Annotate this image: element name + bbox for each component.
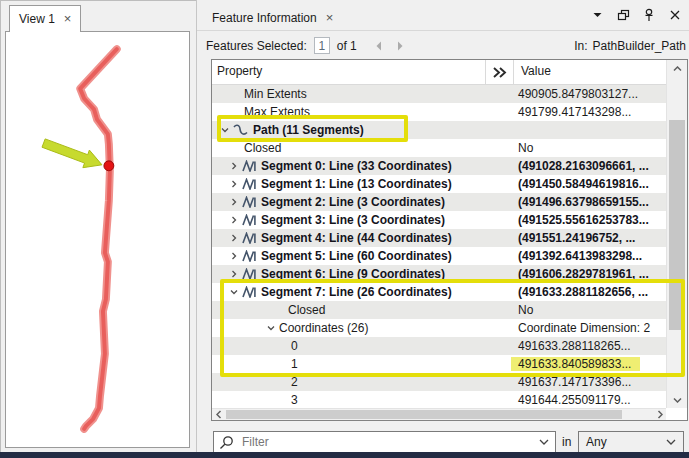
- table-row[interactable]: Segment 7: Line (26 Coordinates) (491633…: [212, 283, 666, 301]
- property-table: Property Value Min Extents 490905.847980…: [211, 59, 688, 421]
- table-row[interactable]: 3 491644.255091179...: [212, 391, 666, 408]
- table-row[interactable]: Segment 5: Line (60 Coordinates) (491392…: [212, 247, 666, 265]
- property-name: Path (11 Segments): [253, 123, 364, 137]
- previous-feature-button[interactable]: [372, 38, 386, 54]
- vertical-scrollbar-thumb[interactable]: [669, 120, 685, 330]
- scroll-left-icon[interactable]: [212, 409, 225, 420]
- features-selected-label: Features Selected:: [206, 39, 307, 53]
- value-cell: (491496.63798659155...: [511, 195, 666, 209]
- chevron-down-icon[interactable]: [220, 125, 230, 135]
- line-segment-icon: [242, 178, 256, 190]
- horizontal-scrollbar[interactable]: [212, 408, 666, 420]
- filter-input[interactable]: [240, 434, 539, 450]
- property-name: Segment 2: Line (3 Coordinates): [261, 195, 445, 209]
- value-column-header[interactable]: Value: [514, 60, 666, 84]
- chevron-right-icon[interactable]: [229, 215, 239, 225]
- property-cell: Closed: [212, 141, 511, 155]
- property-column-header[interactable]: Property: [212, 60, 485, 84]
- property-name: Segment 5: Line (60 Coordinates): [261, 249, 452, 263]
- property-cell: Closed: [212, 303, 511, 317]
- in-label: In:: [574, 39, 587, 53]
- feature-type-name: PathBuilder_Path: [593, 39, 686, 53]
- chevron-right-icon[interactable]: [229, 269, 239, 279]
- value-cell: 491633.840589833...: [511, 357, 666, 371]
- tab-feature-information-close-icon[interactable]: ×: [326, 12, 334, 24]
- map-view: [6, 32, 189, 447]
- tab-feature-information[interactable]: Feature Information ×: [206, 5, 339, 30]
- tab-view-1[interactable]: View 1 ×: [9, 5, 81, 32]
- scroll-down-icon[interactable]: [667, 391, 687, 408]
- property-value: (491606.2829781961, ...: [518, 267, 649, 281]
- tab-view-1-close-icon[interactable]: ×: [64, 13, 72, 25]
- property-value: 491644.255091179...: [518, 393, 631, 407]
- value-cell: 491637.147173396...: [511, 375, 666, 389]
- table-row[interactable]: Segment 6: Line (9 Coordinates) (491606.…: [212, 265, 666, 283]
- close-panel-icon[interactable]: [667, 7, 683, 23]
- indent-spacer: [212, 112, 244, 113]
- property-name: Coordinates (26): [279, 321, 368, 335]
- chevron-right-icon[interactable]: [229, 161, 239, 171]
- horizontal-scrollbar-thumb[interactable]: [226, 410, 622, 419]
- double-chevron-right-icon: [492, 67, 507, 78]
- float-window-icon[interactable]: [615, 7, 631, 23]
- table-row[interactable]: Closed No: [212, 301, 666, 319]
- indent-spacer: [212, 166, 229, 167]
- scroll-right-icon[interactable]: [653, 409, 666, 420]
- table-row[interactable]: Segment 2: Line (3 Coordinates) (491496.…: [212, 193, 666, 211]
- scroll-up-icon[interactable]: [667, 60, 687, 77]
- table-row[interactable]: Segment 4: Line (44 Coordinates) (491551…: [212, 229, 666, 247]
- line-segment-icon: [242, 250, 256, 262]
- property-name: 1: [291, 357, 298, 371]
- chevron-down-icon: [666, 439, 676, 445]
- filter-field[interactable]: [213, 431, 556, 453]
- map-canvas[interactable]: [5, 31, 190, 448]
- property-cell: Segment 6: Line (9 Coordinates): [212, 267, 511, 281]
- feature-index-field[interactable]: 1: [314, 37, 330, 54]
- table-row[interactable]: Closed No: [212, 139, 666, 157]
- table-row[interactable]: Coordinates (26) Coordinate Dimension: 2: [212, 319, 666, 337]
- property-name: Min Extents: [244, 87, 307, 101]
- indent-spacer: [212, 292, 229, 293]
- table-row[interactable]: Segment 0: Line (33 Coordinates) (491028…: [212, 157, 666, 175]
- value-cell: (491606.2829781961, ...: [511, 267, 666, 281]
- table-row[interactable]: Segment 3: Line (3 Coordinates) (491525.…: [212, 211, 666, 229]
- table-row[interactable]: Path (11 Segments): [212, 121, 666, 139]
- value-cell: No: [511, 303, 666, 317]
- property-cell: 3: [212, 393, 511, 407]
- pin-icon[interactable]: [641, 7, 657, 23]
- property-value: No: [518, 141, 533, 155]
- expand-columns-button[interactable]: [485, 60, 514, 84]
- chevron-right-icon[interactable]: [229, 179, 239, 189]
- property-value: (491496.63798659155...: [518, 195, 649, 209]
- panel-menu-caret-icon[interactable]: [589, 7, 605, 23]
- table-row[interactable]: Min Extents 490905.8479803127...: [212, 85, 666, 103]
- property-value: 491633.840589833...: [518, 357, 631, 371]
- filter-history-dropdown-icon[interactable]: [539, 439, 549, 445]
- next-feature-button[interactable]: [394, 38, 408, 54]
- selected-vertex-dot[interactable]: [104, 161, 114, 171]
- table-row[interactable]: Max Extents 491799.417143298...: [212, 103, 666, 121]
- chevron-down-icon[interactable]: [229, 287, 239, 297]
- value-cell: 491799.417143298...: [511, 105, 666, 119]
- indent-spacer: [212, 238, 229, 239]
- chevron-right-icon[interactable]: [229, 233, 239, 243]
- table-row[interactable]: Segment 1: Line (13 Coordinates) (491450…: [212, 175, 666, 193]
- property-name: Segment 1: Line (13 Coordinates): [261, 177, 452, 191]
- property-name: Segment 0: Line (33 Coordinates): [261, 159, 452, 173]
- property-value: 491637.147173396...: [518, 375, 631, 389]
- table-row[interactable]: 0 491633.288118265...: [212, 337, 666, 355]
- chevron-down-icon[interactable]: [266, 323, 276, 333]
- vertical-scrollbar[interactable]: [666, 60, 687, 408]
- table-row[interactable]: 1 491633.840589833...: [212, 355, 666, 373]
- chevron-right-icon[interactable]: [229, 251, 239, 261]
- property-name: Segment 6: Line (9 Coordinates): [261, 267, 445, 281]
- indent-spacer: [212, 220, 229, 221]
- tab-view-1-label: View 1: [19, 12, 55, 26]
- filter-scope-select[interactable]: Any: [578, 431, 684, 453]
- property-table-body: Min Extents 490905.8479803127... Max Ext…: [212, 85, 666, 408]
- property-name: Segment 3: Line (3 Coordinates): [261, 213, 445, 227]
- property-value: (491450.58494619816...: [518, 177, 649, 191]
- indent-spacer: [212, 130, 220, 131]
- chevron-right-icon[interactable]: [229, 197, 239, 207]
- table-row[interactable]: 2 491637.147173396...: [212, 373, 666, 391]
